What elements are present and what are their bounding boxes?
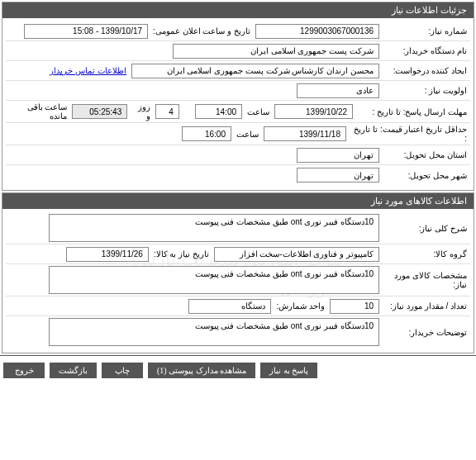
row-province: استان محل تحویل: تهران <box>6 147 470 165</box>
row-group: گروه کالا: کامپیوتر و فناوری اطلاعات-سخت… <box>6 246 470 264</box>
attachments-button[interactable]: مشاهده مدارک پیوستی (1) <box>148 363 255 378</box>
creator-field: محسن ارندان کارشناس شرکت پست جمهوری اسلا… <box>131 64 379 78</box>
buyer-field: شرکت پست جمهوری اسلامی ایران <box>173 44 379 59</box>
row-deadline: مهلت ارسال پاسخ: تا تاریخ : 1399/10/22 س… <box>6 102 470 123</box>
deadline-label: مهلت ارسال پاسخ: تا تاریخ : <box>353 107 470 116</box>
remain-label: ساعت باقی مانده <box>6 102 72 121</box>
row-spec: مشخصات کالای مورد نیاز: 10دستگاه فیبر نو… <box>6 266 470 296</box>
city-label: شهر محل تحویل: <box>379 171 470 180</box>
row-priority: اولویت نیاز : عادی <box>6 83 470 101</box>
province-field: تهران <box>297 148 379 163</box>
notes-field: 10دستگاه فیبر نوری ont طبق مشخصات فنی پی… <box>49 318 379 346</box>
qty-label: تعداد / مقدار مورد نیاز: <box>379 301 470 311</box>
city-field: تهران <box>297 168 379 183</box>
need-number-field: 1299003067000136 <box>255 24 379 39</box>
days-label: روز و <box>127 102 155 121</box>
respond-button[interactable]: پاسخ به نیاز <box>260 363 317 378</box>
spec-field: 10دستگاه فیبر نوری ont طبق مشخصات فنی پی… <box>49 266 379 294</box>
public-date-field: 1399/10/17 - 15:08 <box>24 24 148 39</box>
notes-label: توضیحات خریدار: <box>379 328 470 337</box>
hour-label-2: ساعت <box>231 130 264 139</box>
public-date-label: تاریخ و ساعت اعلان عمومی: <box>148 26 255 36</box>
exit-button[interactable]: خروج <box>3 363 45 378</box>
row-buyer: نام دستگاه خریدار: شرکت پست جمهوری اسلام… <box>6 43 470 61</box>
desc-label: شرح کلی نیاز: <box>379 224 470 233</box>
panel-header: جزئیات اطلاعات نیاز <box>2 2 474 18</box>
validity-label: حداقل تاریخ اعتبار قیمت: تا تاریخ : <box>346 125 470 143</box>
delivery-label: تاریخ نیاز به کالا: <box>149 249 214 258</box>
unit-label: واحد شمارش: <box>271 301 330 311</box>
back-button[interactable]: بازگشت <box>50 363 97 378</box>
contact-link[interactable]: اطلاعات تماس خریدار <box>45 66 131 75</box>
province-label: استان محل تحویل: <box>379 150 470 159</box>
row-need-number: شماره نیاز: 1299003067000136 تاریخ و ساع… <box>6 23 470 41</box>
print-button[interactable]: چاپ <box>102 363 143 378</box>
hour-label: ساعت <box>242 107 274 116</box>
button-bar: خروج بازگشت چاپ مشاهده مدارک پیوستی (1) … <box>0 358 476 383</box>
row-qty: تعداد / مقدار مورد نیاز: 10 واحد شمارش: … <box>6 298 470 316</box>
need-number-label: شماره نیاز: <box>379 26 470 36</box>
qty-field: 10 <box>330 299 379 314</box>
group-label: گروه کالا: <box>379 249 470 258</box>
desc-field: 10دستگاه فیبر نوری ont طبق مشخصات فنی پی… <box>49 214 379 242</box>
row-creator: ایجاد کننده درخواست: محسن ارندان کارشناس… <box>6 63 470 81</box>
delivery-field: 1399/11/26 <box>66 247 149 262</box>
row-city: شهر محل تحویل: تهران <box>6 167 470 185</box>
row-notes: توضیحات خریدار: 10دستگاه فیبر نوری ont ط… <box>6 318 470 348</box>
remain-time-field: 05:25:43 <box>72 104 127 119</box>
group-field: کامپیوتر و فناوری اطلاعات-سخت افزار <box>214 247 379 262</box>
unit-field: دستگاه <box>188 299 271 314</box>
priority-field: عادی <box>297 83 379 98</box>
row-validity: حداقل تاریخ اعتبار قیمت: تا تاریخ : 1399… <box>6 125 470 145</box>
buyer-label: نام دستگاه خریدار: <box>379 46 470 55</box>
creator-label: ایجاد کننده درخواست: <box>379 66 470 75</box>
validity-date-field: 1399/11/18 <box>264 126 346 141</box>
need-details-panel: جزئیات اطلاعات نیاز شماره نیاز: 12990030… <box>2 2 474 191</box>
days-field: 4 <box>155 104 179 119</box>
row-desc: شرح کلی نیاز: 10دستگاه فیبر نوری ont طبق… <box>6 214 470 244</box>
goods-panel: ﻣﺮﮐﺰ ﺁﻣﻮﺯﺵ ﻣﺪﯾﺮﯾﺖ ﭘﺎﺭﺱ ﭘﮋﻭﻫﺎﻥ ۰۲۱-۸۸۲۴۹۶… <box>2 192 474 353</box>
priority-label: اولویت نیاز : <box>379 86 470 95</box>
spec-label: مشخصات کالای مورد نیاز: <box>379 271 470 289</box>
goods-panel-header: اطلاعات کالاهای مورد نیاز <box>2 193 474 209</box>
validity-time-field: 16:00 <box>182 126 231 141</box>
deadline-time-field: 14:00 <box>195 104 242 119</box>
separator <box>0 355 476 356</box>
deadline-date-field: 1399/10/22 <box>274 104 353 119</box>
